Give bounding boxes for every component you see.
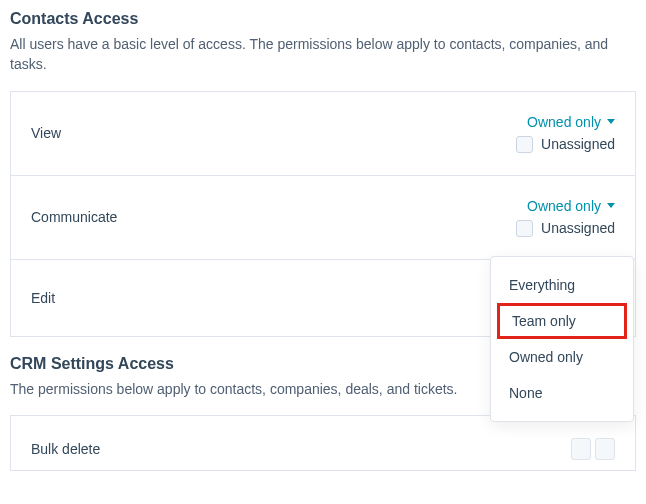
- view-unassigned-label: Unassigned: [541, 136, 615, 152]
- perm-label-view: View: [31, 125, 61, 141]
- checkbox-icon: [516, 220, 533, 237]
- communicate-scope-dropdown[interactable]: Owned only: [527, 198, 615, 214]
- perm-row-communicate: Communicate Owned only Unassigned: [11, 176, 635, 260]
- perm-label-communicate: Communicate: [31, 209, 117, 225]
- crm-settings-block: Bulk delete: [10, 415, 636, 471]
- dropdown-option-everything[interactable]: Everything: [491, 267, 633, 303]
- dropdown-option-none[interactable]: None: [491, 375, 633, 411]
- communicate-scope-value: Owned only: [527, 198, 601, 214]
- communicate-unassigned-checkbox[interactable]: Unassigned: [516, 220, 615, 237]
- chevron-down-icon: [607, 119, 615, 124]
- view-scope-dropdown[interactable]: Owned only: [527, 114, 615, 130]
- view-unassigned-checkbox[interactable]: Unassigned: [516, 136, 615, 153]
- toggle-segment: [571, 438, 591, 460]
- perm-label-bulk-delete: Bulk delete: [31, 441, 100, 457]
- checkbox-icon: [516, 136, 533, 153]
- scope-dropdown-menu: Everything Team only Owned only None: [490, 256, 634, 422]
- toggle-segment: [595, 438, 615, 460]
- view-scope-value: Owned only: [527, 114, 601, 130]
- bulk-delete-toggle[interactable]: [571, 438, 615, 460]
- dropdown-option-owned-only[interactable]: Owned only: [491, 339, 633, 375]
- communicate-unassigned-label: Unassigned: [541, 220, 615, 236]
- perm-row-bulk-delete: Bulk delete: [11, 416, 635, 470]
- perm-label-edit: Edit: [31, 290, 55, 306]
- contacts-access-desc: All users have a basic level of access. …: [10, 34, 636, 75]
- dropdown-option-team-only[interactable]: Team only: [497, 303, 627, 339]
- chevron-down-icon: [607, 203, 615, 208]
- contacts-access-title: Contacts Access: [10, 10, 646, 28]
- perm-row-view: View Owned only Unassigned: [11, 92, 635, 176]
